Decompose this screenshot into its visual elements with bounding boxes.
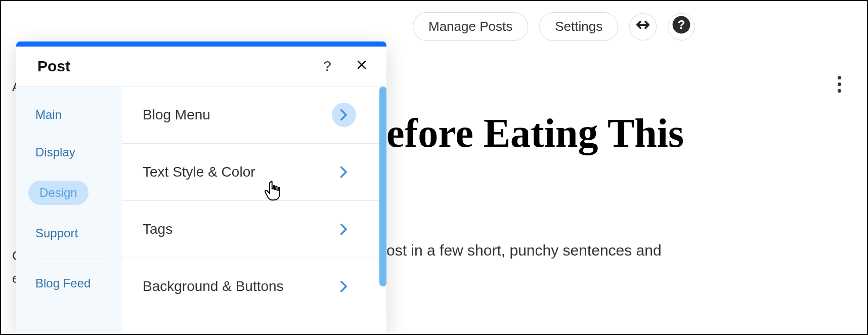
- chevron-right-icon: [332, 217, 356, 241]
- design-row-background-buttons[interactable]: Background & Buttons: [122, 258, 386, 315]
- help-circle-icon: ?: [672, 15, 691, 38]
- panel-accent-bar: [16, 41, 386, 47]
- post-title-partial: efore Eating This: [386, 110, 684, 156]
- design-row-blog-menu[interactable]: Blog Menu: [122, 87, 386, 144]
- nav-item-main[interactable]: Main: [28, 106, 69, 124]
- chevron-right-icon: [332, 274, 356, 299]
- more-options-button[interactable]: [832, 74, 847, 94]
- nav-item-design[interactable]: Design: [28, 181, 89, 205]
- panel-content: Blog Menu Text Style & Color Tags Backgr…: [122, 87, 386, 335]
- kebab-dot-icon: [838, 82, 841, 86]
- panel-nav: Main Display Design Support Blog Feed: [16, 87, 122, 335]
- pointer-cursor-icon: [263, 180, 283, 204]
- top-toolbar: Manage Posts Settings ?: [413, 12, 695, 41]
- kebab-dot-icon: [838, 76, 841, 79]
- settings-button[interactable]: Settings: [539, 12, 618, 41]
- nav-item-support[interactable]: Support: [28, 224, 85, 242]
- panel-body: Main Display Design Support Blog Feed Bl…: [16, 87, 386, 335]
- close-icon: [356, 58, 368, 74]
- question-mark-icon: ?: [323, 58, 331, 74]
- row-label: Text Style & Color: [143, 164, 255, 180]
- svg-text:?: ?: [678, 18, 685, 31]
- row-label: Background & Buttons: [143, 278, 284, 295]
- post-body-partial: ost in a few short, punchy sentences and: [386, 239, 662, 263]
- panel-scrollbar[interactable]: [379, 87, 386, 286]
- panel-header-actions: ?: [320, 59, 369, 74]
- panel-header: Post ?: [16, 47, 386, 87]
- panel-help-button[interactable]: ?: [320, 59, 335, 74]
- stretch-button[interactable]: [629, 13, 657, 40]
- design-row-text-style-color[interactable]: Text Style & Color: [122, 144, 386, 201]
- kebab-dot-icon: [838, 89, 841, 93]
- nav-item-display[interactable]: Display: [28, 143, 82, 161]
- row-label: Tags: [143, 221, 172, 237]
- nav-item-blog-feed[interactable]: Blog Feed: [28, 274, 98, 292]
- chevron-right-icon: [332, 103, 356, 127]
- chevron-right-icon: [332, 160, 356, 184]
- panel-title: Post: [37, 58, 70, 75]
- row-label: Blog Menu: [143, 107, 210, 123]
- manage-posts-button[interactable]: Manage Posts: [413, 12, 528, 41]
- post-settings-panel: Post ? Main Display Design Support Blog …: [16, 41, 386, 335]
- design-row-tags[interactable]: Tags: [122, 201, 386, 258]
- horizontal-arrows-icon: [635, 17, 650, 36]
- panel-close-button[interactable]: [354, 59, 369, 74]
- nav-divider: [35, 259, 106, 259]
- help-button[interactable]: ?: [668, 13, 695, 40]
